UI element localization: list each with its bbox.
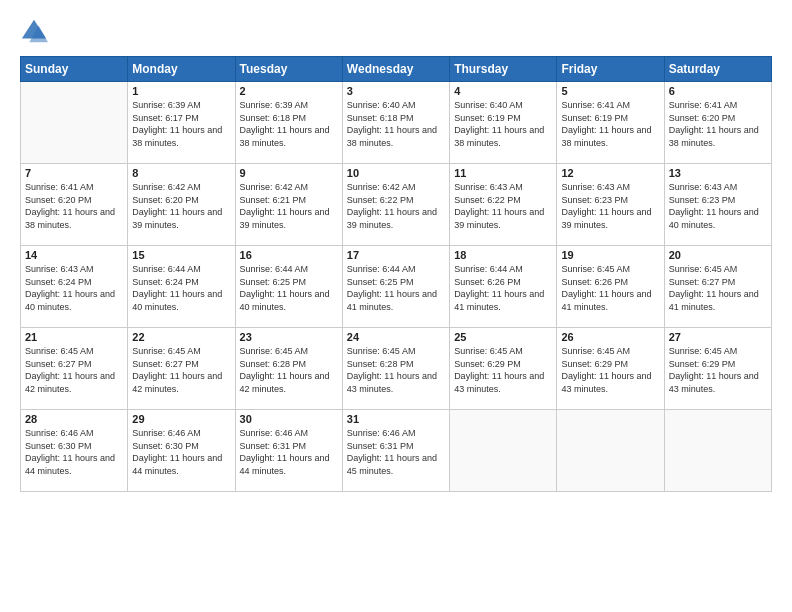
calendar-cell: 12Sunrise: 6:43 AMSunset: 6:23 PMDayligh… [557, 164, 664, 246]
day-number: 12 [561, 167, 659, 179]
calendar-cell: 6Sunrise: 6:41 AMSunset: 6:20 PMDaylight… [664, 82, 771, 164]
day-info: Sunrise: 6:45 AMSunset: 6:29 PMDaylight:… [561, 345, 659, 395]
calendar-cell: 21Sunrise: 6:45 AMSunset: 6:27 PMDayligh… [21, 328, 128, 410]
day-number: 1 [132, 85, 230, 97]
weekday-header-row: SundayMondayTuesdayWednesdayThursdayFrid… [21, 57, 772, 82]
day-info: Sunrise: 6:43 AMSunset: 6:22 PMDaylight:… [454, 181, 552, 231]
day-info: Sunrise: 6:46 AMSunset: 6:31 PMDaylight:… [240, 427, 338, 477]
logo [20, 18, 52, 46]
day-info: Sunrise: 6:40 AMSunset: 6:19 PMDaylight:… [454, 99, 552, 149]
day-info: Sunrise: 6:41 AMSunset: 6:20 PMDaylight:… [669, 99, 767, 149]
calendar-cell: 17Sunrise: 6:44 AMSunset: 6:25 PMDayligh… [342, 246, 449, 328]
day-info: Sunrise: 6:42 AMSunset: 6:21 PMDaylight:… [240, 181, 338, 231]
day-info: Sunrise: 6:45 AMSunset: 6:27 PMDaylight:… [25, 345, 123, 395]
calendar-cell: 15Sunrise: 6:44 AMSunset: 6:24 PMDayligh… [128, 246, 235, 328]
day-info: Sunrise: 6:45 AMSunset: 6:29 PMDaylight:… [669, 345, 767, 395]
day-number: 15 [132, 249, 230, 261]
logo-icon [20, 18, 48, 46]
day-info: Sunrise: 6:44 AMSunset: 6:24 PMDaylight:… [132, 263, 230, 313]
day-number: 6 [669, 85, 767, 97]
calendar-cell: 26Sunrise: 6:45 AMSunset: 6:29 PMDayligh… [557, 328, 664, 410]
calendar-cell: 14Sunrise: 6:43 AMSunset: 6:24 PMDayligh… [21, 246, 128, 328]
day-number: 8 [132, 167, 230, 179]
day-number: 17 [347, 249, 445, 261]
calendar: SundayMondayTuesdayWednesdayThursdayFrid… [20, 56, 772, 492]
calendar-cell: 16Sunrise: 6:44 AMSunset: 6:25 PMDayligh… [235, 246, 342, 328]
calendar-cell: 8Sunrise: 6:42 AMSunset: 6:20 PMDaylight… [128, 164, 235, 246]
weekday-header-monday: Monday [128, 57, 235, 82]
day-info: Sunrise: 6:45 AMSunset: 6:27 PMDaylight:… [132, 345, 230, 395]
day-number: 3 [347, 85, 445, 97]
day-number: 27 [669, 331, 767, 343]
calendar-cell: 30Sunrise: 6:46 AMSunset: 6:31 PMDayligh… [235, 410, 342, 492]
day-info: Sunrise: 6:42 AMSunset: 6:20 PMDaylight:… [132, 181, 230, 231]
calendar-cell: 4Sunrise: 6:40 AMSunset: 6:19 PMDaylight… [450, 82, 557, 164]
calendar-cell: 24Sunrise: 6:45 AMSunset: 6:28 PMDayligh… [342, 328, 449, 410]
day-info: Sunrise: 6:41 AMSunset: 6:19 PMDaylight:… [561, 99, 659, 149]
day-info: Sunrise: 6:44 AMSunset: 6:26 PMDaylight:… [454, 263, 552, 313]
calendar-cell: 5Sunrise: 6:41 AMSunset: 6:19 PMDaylight… [557, 82, 664, 164]
day-info: Sunrise: 6:45 AMSunset: 6:28 PMDaylight:… [347, 345, 445, 395]
day-number: 19 [561, 249, 659, 261]
day-info: Sunrise: 6:42 AMSunset: 6:22 PMDaylight:… [347, 181, 445, 231]
day-number: 25 [454, 331, 552, 343]
calendar-cell: 2Sunrise: 6:39 AMSunset: 6:18 PMDaylight… [235, 82, 342, 164]
calendar-cell: 28Sunrise: 6:46 AMSunset: 6:30 PMDayligh… [21, 410, 128, 492]
page: SundayMondayTuesdayWednesdayThursdayFrid… [0, 0, 792, 612]
day-number: 2 [240, 85, 338, 97]
calendar-cell [450, 410, 557, 492]
day-number: 4 [454, 85, 552, 97]
day-number: 21 [25, 331, 123, 343]
day-number: 30 [240, 413, 338, 425]
calendar-cell [557, 410, 664, 492]
day-info: Sunrise: 6:43 AMSunset: 6:23 PMDaylight:… [561, 181, 659, 231]
day-info: Sunrise: 6:45 AMSunset: 6:26 PMDaylight:… [561, 263, 659, 313]
day-number: 14 [25, 249, 123, 261]
day-number: 26 [561, 331, 659, 343]
header [20, 18, 772, 46]
calendar-cell: 19Sunrise: 6:45 AMSunset: 6:26 PMDayligh… [557, 246, 664, 328]
day-info: Sunrise: 6:43 AMSunset: 6:23 PMDaylight:… [669, 181, 767, 231]
day-number: 20 [669, 249, 767, 261]
calendar-cell: 31Sunrise: 6:46 AMSunset: 6:31 PMDayligh… [342, 410, 449, 492]
calendar-cell: 13Sunrise: 6:43 AMSunset: 6:23 PMDayligh… [664, 164, 771, 246]
calendar-cell: 1Sunrise: 6:39 AMSunset: 6:17 PMDaylight… [128, 82, 235, 164]
day-number: 7 [25, 167, 123, 179]
day-number: 5 [561, 85, 659, 97]
day-number: 23 [240, 331, 338, 343]
calendar-cell [664, 410, 771, 492]
day-info: Sunrise: 6:44 AMSunset: 6:25 PMDaylight:… [240, 263, 338, 313]
day-number: 9 [240, 167, 338, 179]
calendar-cell: 25Sunrise: 6:45 AMSunset: 6:29 PMDayligh… [450, 328, 557, 410]
day-info: Sunrise: 6:40 AMSunset: 6:18 PMDaylight:… [347, 99, 445, 149]
calendar-cell: 7Sunrise: 6:41 AMSunset: 6:20 PMDaylight… [21, 164, 128, 246]
day-info: Sunrise: 6:46 AMSunset: 6:30 PMDaylight:… [25, 427, 123, 477]
day-info: Sunrise: 6:46 AMSunset: 6:31 PMDaylight:… [347, 427, 445, 477]
calendar-cell: 3Sunrise: 6:40 AMSunset: 6:18 PMDaylight… [342, 82, 449, 164]
day-info: Sunrise: 6:44 AMSunset: 6:25 PMDaylight:… [347, 263, 445, 313]
calendar-week-1: 1Sunrise: 6:39 AMSunset: 6:17 PMDaylight… [21, 82, 772, 164]
day-number: 31 [347, 413, 445, 425]
weekday-header-wednesday: Wednesday [342, 57, 449, 82]
calendar-week-3: 14Sunrise: 6:43 AMSunset: 6:24 PMDayligh… [21, 246, 772, 328]
day-info: Sunrise: 6:45 AMSunset: 6:27 PMDaylight:… [669, 263, 767, 313]
day-number: 10 [347, 167, 445, 179]
day-info: Sunrise: 6:45 AMSunset: 6:29 PMDaylight:… [454, 345, 552, 395]
day-info: Sunrise: 6:39 AMSunset: 6:17 PMDaylight:… [132, 99, 230, 149]
calendar-week-5: 28Sunrise: 6:46 AMSunset: 6:30 PMDayligh… [21, 410, 772, 492]
day-info: Sunrise: 6:43 AMSunset: 6:24 PMDaylight:… [25, 263, 123, 313]
calendar-cell: 20Sunrise: 6:45 AMSunset: 6:27 PMDayligh… [664, 246, 771, 328]
day-info: Sunrise: 6:39 AMSunset: 6:18 PMDaylight:… [240, 99, 338, 149]
calendar-cell: 18Sunrise: 6:44 AMSunset: 6:26 PMDayligh… [450, 246, 557, 328]
calendar-cell: 27Sunrise: 6:45 AMSunset: 6:29 PMDayligh… [664, 328, 771, 410]
weekday-header-friday: Friday [557, 57, 664, 82]
calendar-cell: 11Sunrise: 6:43 AMSunset: 6:22 PMDayligh… [450, 164, 557, 246]
day-number: 18 [454, 249, 552, 261]
calendar-week-2: 7Sunrise: 6:41 AMSunset: 6:20 PMDaylight… [21, 164, 772, 246]
weekday-header-tuesday: Tuesday [235, 57, 342, 82]
day-number: 28 [25, 413, 123, 425]
day-number: 29 [132, 413, 230, 425]
day-number: 11 [454, 167, 552, 179]
calendar-cell: 9Sunrise: 6:42 AMSunset: 6:21 PMDaylight… [235, 164, 342, 246]
weekday-header-thursday: Thursday [450, 57, 557, 82]
